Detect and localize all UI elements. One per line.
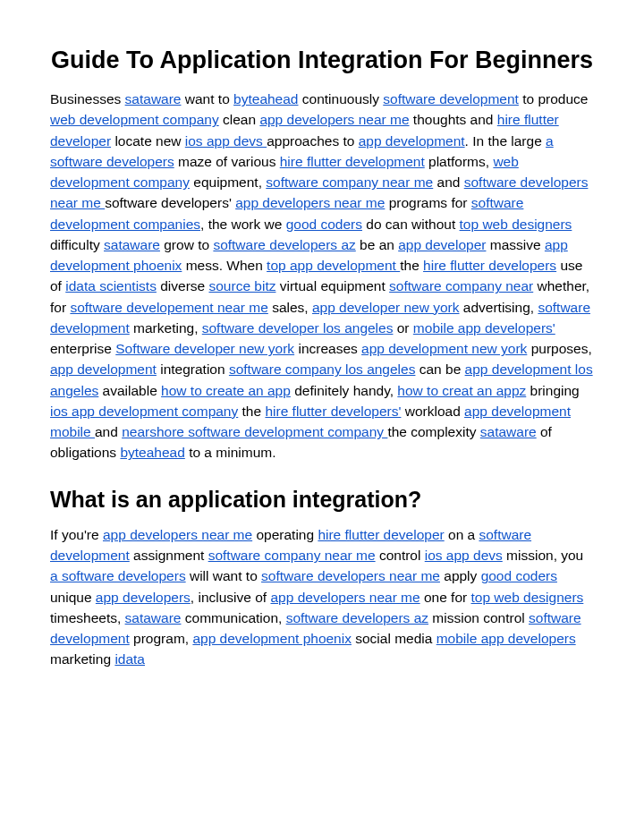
text: assignment	[130, 548, 208, 563]
text: can be	[415, 361, 464, 377]
paragraph-section: If you're app developers near me operati…	[50, 524, 594, 670]
text: difficulty	[50, 237, 104, 252]
text: increases	[294, 341, 361, 356]
text: mission control	[428, 610, 529, 625]
link[interactable]: byteahead	[120, 445, 184, 460]
link[interactable]: software company los angeles	[229, 361, 416, 377]
text: available	[98, 383, 161, 398]
link[interactable]: app development	[359, 133, 465, 149]
text: the complexity	[387, 424, 479, 439]
section-heading: What is an application integration?	[50, 483, 594, 515]
link[interactable]: app developers near me	[259, 112, 409, 127]
text: workload	[401, 404, 464, 419]
link[interactable]: top web designers	[460, 217, 572, 232]
link[interactable]: hire flutter development	[280, 154, 425, 169]
text: Businesses	[50, 91, 125, 106]
link[interactable]: ios app development company	[50, 404, 238, 419]
text: diverse	[157, 278, 209, 293]
link[interactable]: a software developers	[50, 568, 186, 583]
link[interactable]: sataware	[480, 424, 537, 439]
link[interactable]: how to create an app	[161, 383, 291, 398]
link[interactable]: software development	[383, 91, 519, 106]
link[interactable]: software developers near me	[261, 568, 440, 583]
text: mission, you	[503, 548, 583, 563]
text: control	[376, 548, 425, 563]
link[interactable]: sataware	[104, 237, 160, 252]
text: do can without	[362, 217, 460, 232]
text: on a	[445, 527, 479, 542]
link[interactable]: app developers	[96, 590, 191, 605]
text: grow to	[160, 237, 213, 252]
link[interactable]: mobile app developers	[436, 631, 576, 646]
link[interactable]: software company near	[389, 278, 533, 293]
link[interactable]: hire flutter developers'	[265, 404, 401, 419]
text: one for	[420, 590, 471, 605]
link[interactable]: byteahead	[233, 91, 298, 106]
text: virtual equipment	[275, 278, 389, 293]
link[interactable]: idata	[114, 651, 145, 667]
link[interactable]: good coders	[286, 217, 362, 232]
link[interactable]: app developer	[398, 237, 486, 252]
text: mess. When	[182, 258, 267, 273]
link[interactable]: ios app devs	[185, 133, 267, 149]
link[interactable]: software developement near me	[70, 300, 267, 315]
link[interactable]: app development phoenix	[192, 631, 352, 646]
link[interactable]: hire flutter developers	[423, 258, 556, 273]
text: , the work we	[200, 217, 286, 232]
link[interactable]: nearshore software development company	[122, 424, 387, 439]
link[interactable]: sataware	[125, 91, 182, 106]
link[interactable]: software company near me	[208, 548, 376, 563]
link[interactable]: software developer los angeles	[202, 320, 394, 336]
text: enterprise	[50, 341, 115, 356]
link[interactable]: top web designers	[471, 590, 584, 605]
text: continuously	[298, 91, 383, 106]
text: to a minimum.	[185, 445, 276, 460]
text: platforms,	[425, 154, 494, 169]
text: marketing	[50, 651, 114, 667]
text: thoughts and	[410, 112, 497, 127]
link[interactable]: top app development	[267, 258, 400, 273]
text: programs for	[385, 195, 470, 210]
text: maze of various	[174, 154, 280, 169]
text: and	[95, 424, 122, 439]
text: social media	[352, 631, 436, 646]
link[interactable]: mobile app developers'	[413, 320, 555, 336]
text: clean	[219, 112, 260, 127]
link[interactable]: software company near me	[266, 174, 433, 190]
text: communication,	[181, 610, 285, 625]
text: equipment,	[190, 174, 266, 190]
link[interactable]: web development company	[50, 112, 219, 127]
text: apply	[440, 568, 481, 583]
link[interactable]: hire flutter developer	[318, 527, 444, 542]
text: and	[433, 174, 463, 190]
link[interactable]: good coders	[481, 568, 557, 583]
link[interactable]: Software developer new york	[115, 341, 294, 356]
link[interactable]: app developers near me	[103, 527, 252, 542]
link[interactable]: sataware	[125, 610, 182, 625]
link[interactable]: app development	[50, 361, 157, 377]
link[interactable]: idata scientists	[65, 278, 157, 293]
text: purposes,	[527, 341, 591, 356]
link[interactable]: source bitz	[209, 278, 276, 293]
text: . In the large	[465, 133, 546, 149]
link[interactable]: app developers near me	[235, 195, 385, 210]
link[interactable]: software developers az	[213, 237, 355, 252]
text: If you're	[50, 527, 103, 542]
link[interactable]: software developers az	[286, 610, 428, 625]
text: unique	[50, 590, 96, 605]
link[interactable]: app developers near me	[270, 590, 419, 605]
link[interactable]: app developer new york	[312, 300, 460, 315]
text: marketing,	[130, 320, 202, 336]
text: the	[238, 404, 265, 419]
text: sales,	[268, 300, 312, 315]
text: locate new	[111, 133, 185, 149]
link[interactable]: app development new york	[361, 341, 527, 356]
text: program,	[130, 631, 193, 646]
text: approaches to	[267, 133, 359, 149]
link[interactable]: ios app devs	[425, 548, 503, 563]
text: want to	[181, 91, 233, 106]
page-title: Guide To Application Integration For Beg…	[50, 45, 594, 76]
text: , inclusive of	[191, 590, 271, 605]
text: be an	[356, 237, 398, 252]
link[interactable]: how to creat an appz	[397, 383, 526, 398]
